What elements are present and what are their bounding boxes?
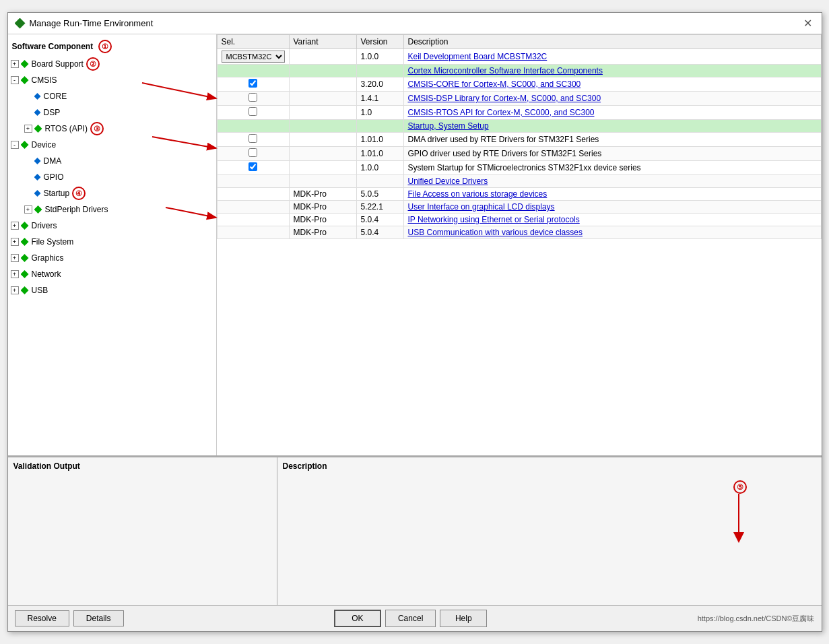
drivers-variant	[289, 175, 356, 188]
sidebar-item-cmsis[interactable]: - CMSIS	[8, 72, 216, 88]
cancel-button[interactable]: Cancel	[385, 610, 436, 627]
board-support-desc[interactable]: Keil Development Board MCBSTM32C	[403, 49, 821, 65]
graphics-link[interactable]: User Interface on graphical LCD displays	[408, 202, 555, 212]
green-diamond-icon	[21, 141, 29, 149]
device-startup-checkbox[interactable]	[248, 162, 257, 171]
sidebar-item-device-startup[interactable]: Startup ④	[8, 185, 216, 201]
table-row: MCBSTM32C 1.0.0 Keil Development Board M…	[217, 49, 821, 65]
device-gpio-checkbox[interactable]	[248, 148, 257, 157]
cmsis-core-label: CORE	[44, 90, 67, 103]
device-dma-version: 1.01.0	[356, 133, 403, 147]
board-support-version: 1.0.0	[356, 49, 403, 65]
sidebar-item-filesystem[interactable]: + File System	[8, 234, 216, 250]
graphics-version: 5.22.1	[356, 201, 403, 214]
sidebar-item-network[interactable]: + Network	[8, 266, 216, 282]
device-startup-variant	[289, 161, 356, 175]
description-title: Description	[283, 461, 816, 471]
cmsis-rtos-variant	[289, 106, 356, 120]
device-dma-label: DMA	[44, 154, 62, 168]
drivers-sel	[217, 175, 289, 188]
network-desc[interactable]: IP Networking using Ethernet or Serial p…	[403, 214, 821, 226]
device-link[interactable]: Startup, System Setup	[408, 121, 489, 131]
expand-stdperiph[interactable]: +	[24, 205, 32, 214]
cmsis-dsp-desc[interactable]: CMSIS-DSP Library for Cortex-M, SC000, a…	[403, 92, 821, 106]
graphics-sel	[217, 201, 289, 214]
cmsis-dsp-link[interactable]: CMSIS-DSP Library for Cortex-M, SC000, a…	[408, 94, 601, 103]
expand-usb[interactable]: +	[11, 286, 19, 294]
expand-cmsis[interactable]: -	[11, 76, 19, 84]
table-row: MDK-Pro 5.0.5 File Access on various sto…	[217, 188, 821, 201]
green-diamond-icon	[21, 76, 29, 84]
filesystem-link[interactable]: File Access on various storage devices	[408, 189, 548, 199]
device-gpio-version: 1.01.0	[356, 147, 403, 161]
device-dma-variant	[289, 133, 356, 147]
ok-button[interactable]: OK	[334, 610, 381, 627]
annotation-4: ④	[72, 187, 86, 200]
expand-board-support[interactable]: +	[11, 60, 19, 68]
title-bar: Manage Run-Time Environment ✕	[8, 13, 822, 34]
cmsis-link[interactable]: Cortex Microcontroller Software Interfac…	[408, 66, 603, 75]
board-support-label: Board Support	[32, 57, 84, 71]
details-button[interactable]: Details	[73, 610, 124, 626]
expand-drivers[interactable]: +	[11, 222, 19, 230]
sidebar-item-device-dma[interactable]: DMA	[8, 153, 216, 169]
filesystem-desc[interactable]: File Access on various storage devices	[403, 188, 821, 201]
help-button[interactable]: Help	[440, 610, 487, 627]
close-button[interactable]: ✕	[801, 18, 815, 29]
cmsis-sel	[217, 65, 289, 77]
blue-diamond-icon	[34, 93, 41, 100]
filesystem-sel	[217, 188, 289, 201]
cmsis-core-link[interactable]: CMSIS-CORE for Cortex-M, SC000, and SC30…	[408, 79, 581, 89]
table-row: 1.01.0 GPIO driver used by RTE Drivers f…	[217, 147, 821, 161]
usb-link[interactable]: USB Communication with various device cl…	[408, 228, 583, 237]
sidebar-item-cmsis-rtos[interactable]: + RTOS (API) ③	[8, 121, 216, 137]
sidebar-item-stdperiph[interactable]: + StdPeriph Drivers	[8, 201, 216, 218]
drivers-desc[interactable]: Unified Device Drivers	[403, 175, 821, 188]
device-gpio-label: GPIO	[44, 170, 64, 184]
cmsis-core-desc[interactable]: CMSIS-CORE for Cortex-M, SC000, and SC30…	[403, 77, 821, 92]
expand-graphics[interactable]: +	[11, 254, 19, 262]
device-desc[interactable]: Startup, System Setup	[403, 120, 821, 133]
cmsis-rtos-checkbox[interactable]	[248, 107, 257, 116]
expand-filesystem[interactable]: +	[11, 238, 19, 246]
device-gpio-variant	[289, 147, 356, 161]
resolve-button[interactable]: Resolve	[15, 610, 69, 626]
sidebar-item-device-gpio[interactable]: GPIO	[8, 169, 216, 185]
arrow-5-svg	[729, 494, 749, 548]
sidebar-item-board-support[interactable]: + Board Support ②	[8, 56, 216, 72]
sidebar-item-drivers[interactable]: + Drivers	[8, 218, 216, 234]
green-diamond-icon	[21, 270, 29, 278]
device-gpio-desc: GPIO driver used by RTE Drivers for STM3…	[403, 147, 821, 161]
graphics-desc[interactable]: User Interface on graphical LCD displays	[403, 201, 821, 214]
annotation-5: ⑤	[733, 480, 747, 494]
sidebar-item-graphics[interactable]: + Graphics	[8, 250, 216, 266]
sidebar-item-cmsis-dsp[interactable]: DSP	[8, 104, 216, 121]
cmsis-desc[interactable]: Cortex Microcontroller Software Interfac…	[403, 65, 821, 77]
sidebar-item-device[interactable]: - Device	[8, 137, 216, 153]
drivers-link[interactable]: Unified Device Drivers	[408, 176, 488, 186]
network-link[interactable]: IP Networking using Ethernet or Serial p…	[408, 215, 580, 224]
expand-rtos[interactable]: +	[24, 125, 32, 133]
board-support-variant-select[interactable]: MCBSTM32C	[222, 51, 285, 63]
cmsis-core-version: 3.20.0	[356, 77, 403, 92]
cmsis-rtos-version: 1.0	[356, 106, 403, 120]
device-dma-checkbox[interactable]	[248, 134, 257, 143]
cmsis-rtos-link[interactable]: CMSIS-RTOS API for Cortex-M, SC000, and …	[408, 108, 595, 117]
expand-device[interactable]: -	[11, 141, 19, 149]
table-row: 1.0.0 System Startup for STMicroelectron…	[217, 161, 821, 175]
cmsis-dsp-checkbox[interactable]	[248, 93, 257, 102]
sidebar-item-cmsis-core[interactable]: CORE	[8, 88, 216, 104]
table-row: Startup, System Setup	[217, 120, 821, 133]
network-version: 5.0.4	[356, 214, 403, 226]
usb-desc[interactable]: USB Communication with various device cl…	[403, 226, 821, 239]
cmsis-version	[356, 65, 403, 77]
blue-diamond-icon	[34, 190, 41, 197]
cmsis-core-checkbox[interactable]	[248, 79, 257, 88]
network-sel	[217, 214, 289, 226]
cmsis-rtos-desc[interactable]: CMSIS-RTOS API for Cortex-M, SC000, and …	[403, 106, 821, 120]
footer: Resolve Details OK Cancel Help https://b…	[8, 605, 822, 631]
sidebar-item-usb[interactable]: + USB	[8, 282, 216, 298]
cmsis-label: CMSIS	[32, 73, 57, 87]
expand-network[interactable]: +	[11, 270, 19, 278]
board-support-link[interactable]: Keil Development Board MCBSTM32C	[408, 52, 548, 61]
